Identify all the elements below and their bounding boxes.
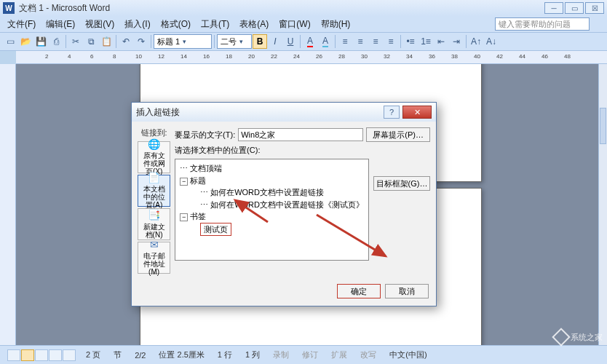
status-column: 1 列 — [242, 349, 263, 360]
title-bar: W 文档 1 - Microsoft Word ─ ▭ ☒ — [0, 0, 607, 16]
menu-file[interactable]: 文件(F) — [3, 17, 40, 32]
word-app-icon: W — [3, 2, 15, 14]
redo-icon[interactable]: ↷ — [134, 34, 148, 49]
status-rec: 录制 — [270, 349, 292, 360]
view-print-layout-icon[interactable] — [21, 349, 34, 361]
vertical-scrollbar[interactable] — [598, 64, 607, 345]
cancel-button[interactable]: 取消 — [385, 284, 429, 298]
watermark-logo-icon — [552, 328, 570, 346]
screentip-button[interactable]: 屏幕提示(P)… — [366, 127, 430, 142]
status-section: 节 — [111, 349, 124, 360]
maximize-button[interactable]: ▭ — [565, 2, 584, 14]
menu-help[interactable]: 帮助(H) — [317, 17, 355, 32]
menu-bar: 文件(F) 编辑(E) 视图(V) 插入(I) 格式(O) 工具(T) 表格(A… — [0, 16, 607, 32]
tree-heading-item[interactable]: ⋯ 如何在WORD文档中设置超链接 — [200, 186, 364, 199]
menu-table[interactable]: 表格(A) — [235, 17, 273, 32]
link-place-in-doc-button[interactable]: 📄 本文档中的位置(A) — [138, 175, 170, 207]
tree-bookmarks[interactable]: −书签 — [180, 210, 364, 223]
new-doc-icon[interactable]: ▭ — [3, 34, 17, 49]
font-size-combo[interactable]: 二号▾ — [217, 34, 252, 49]
align-justify-icon[interactable]: ≡ — [384, 34, 398, 49]
decrease-indent-icon[interactable]: ⇤ — [434, 34, 448, 49]
font-shrink-icon[interactable]: A↓ — [484, 34, 499, 49]
new-document-icon: 📑 — [147, 210, 162, 221]
vertical-ruler[interactable] — [0, 64, 16, 345]
status-ovr: 改写 — [357, 349, 379, 360]
horizontal-ruler[interactable]: 2468101214161820222426283032343638404244… — [16, 51, 607, 64]
view-reading-icon[interactable] — [63, 349, 76, 361]
tree-doc-top[interactable]: ⋯ 文档顶端 — [180, 162, 364, 175]
view-normal-icon[interactable] — [7, 349, 20, 361]
font-grow-icon[interactable]: A↑ — [469, 34, 483, 49]
tree-headings[interactable]: −标题 — [180, 175, 364, 187]
link-existing-file-button[interactable]: 🌐 原有文件或网页(X) — [138, 141, 170, 173]
menu-view[interactable]: 视图(V) — [81, 17, 119, 32]
display-text-label: 要显示的文字(T): — [175, 130, 235, 141]
bullets-icon[interactable]: •≡ — [403, 34, 418, 49]
tree-heading-item[interactable]: ⋯ 如何在WORD文档中设置超链接《测试页》 — [200, 199, 364, 211]
window-title: 文档 1 - Microsoft Word — [19, 2, 110, 15]
target-frame-button[interactable]: 目标框架(G)… — [373, 176, 430, 191]
status-page: 2 页 — [83, 349, 103, 360]
paste-icon[interactable]: 📋 — [99, 34, 114, 49]
menu-insert[interactable]: 插入(I) — [120, 17, 154, 32]
globe-file-icon: 🌐 — [147, 139, 162, 150]
ok-button[interactable]: 确定 — [337, 284, 381, 298]
chevron-down-icon: ▾ — [183, 38, 186, 45]
document-location-tree[interactable]: ⋯ 文档顶端 −标题 ⋯ 如何在WORD文档中设置超链接 ⋯ 如何在WORD文档… — [175, 159, 369, 261]
link-new-doc-button[interactable]: 📑 新建文档(N) — [138, 208, 170, 240]
scrollbar-thumb[interactable] — [600, 108, 606, 144]
email-icon: ✉ — [147, 240, 162, 250]
style-combo[interactable]: 标题 1▾ — [154, 34, 212, 49]
formatting-toolbar: ▭ 📂 💾 ⎙ ✂ ⧉ 📋 ↶ ↷ 标题 1▾ 二号▾ B I U A A ≡ … — [0, 32, 607, 51]
chevron-down-icon: ▾ — [239, 38, 243, 45]
cut-icon[interactable]: ✂ — [68, 34, 83, 49]
dialog-titlebar[interactable]: 插入超链接 ? ✕ — [132, 103, 436, 122]
print-icon[interactable]: ⎙ — [49, 34, 63, 49]
link-to-label: 链接到: — [138, 127, 170, 138]
copy-icon[interactable]: ⧉ — [84, 34, 98, 49]
menu-format[interactable]: 格式(O) — [156, 17, 195, 32]
status-line: 1 行 — [215, 349, 235, 360]
status-bar: 2 页 节 2/2 位置 2.5厘米 1 行 1 列 录制 修订 扩展 改写 中… — [0, 345, 607, 364]
document-location-icon: 📄 — [147, 173, 162, 183]
menu-tools[interactable]: 工具(T) — [197, 17, 234, 32]
dialog-title: 插入超链接 — [136, 106, 180, 119]
link-to-sidebar: 链接到: 🌐 原有文件或网页(X) 📄 本文档中的位置(A) 📑 新建文档(N)… — [138, 127, 170, 274]
select-location-label: 请选择文档中的位置(C): — [175, 145, 430, 156]
align-left-icon[interactable]: ≡ — [338, 34, 352, 49]
watermark: 系统之家 — [555, 331, 603, 344]
dialog-help-button[interactable]: ? — [384, 106, 400, 119]
dialog-close-button[interactable]: ✕ — [402, 106, 432, 119]
status-pages: 2/2 — [132, 351, 148, 360]
increase-indent-icon[interactable]: ⇥ — [449, 34, 464, 49]
view-outline-icon[interactable] — [49, 349, 62, 361]
status-language: 中文(中国) — [386, 349, 429, 360]
menu-edit[interactable]: 编辑(E) — [41, 17, 79, 32]
highlight-icon[interactable]: A — [318, 34, 333, 49]
display-text-input[interactable] — [238, 128, 363, 141]
status-position: 位置 2.5厘米 — [156, 349, 207, 360]
bold-button[interactable]: B — [253, 34, 267, 49]
open-icon[interactable]: 📂 — [18, 34, 33, 49]
help-search-input[interactable]: 键入需要帮助的问题 — [495, 17, 590, 31]
undo-icon[interactable]: ↶ — [119, 34, 133, 49]
font-color-icon[interactable]: A — [303, 34, 317, 49]
collapse-icon[interactable]: − — [180, 178, 188, 186]
insert-hyperlink-dialog: 插入超链接 ? ✕ 链接到: 🌐 原有文件或网页(X) 📄 本文档中的位置(A)… — [131, 102, 437, 306]
close-window-button[interactable]: ☒ — [585, 2, 604, 14]
minimize-button[interactable]: ─ — [544, 2, 563, 14]
collapse-icon[interactable]: − — [180, 213, 188, 221]
view-web-icon[interactable] — [35, 349, 48, 361]
status-rev: 修订 — [299, 349, 321, 360]
italic-button[interactable]: I — [268, 34, 282, 49]
numbering-icon[interactable]: 1≡ — [418, 34, 433, 49]
save-icon[interactable]: 💾 — [33, 34, 48, 49]
tree-bookmark-item[interactable]: 测试页 — [180, 223, 364, 237]
link-email-button[interactable]: ✉ 电子邮件地址(M) — [138, 242, 170, 274]
align-right-icon[interactable]: ≡ — [368, 34, 383, 49]
status-ext: 扩展 — [328, 349, 350, 360]
align-center-icon[interactable]: ≡ — [353, 34, 368, 49]
menu-window[interactable]: 窗口(W) — [274, 17, 314, 32]
underline-button[interactable]: U — [283, 34, 298, 49]
